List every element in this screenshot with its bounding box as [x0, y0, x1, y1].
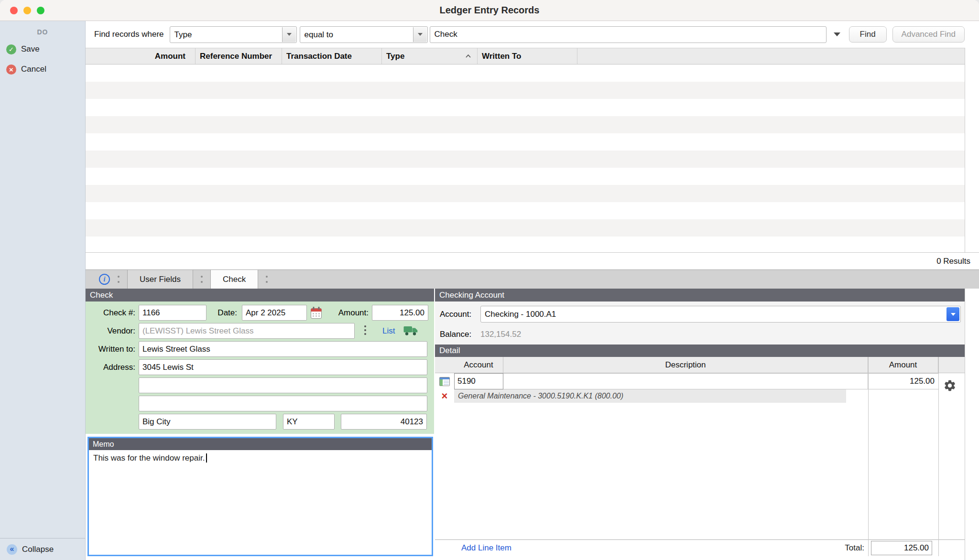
- checking-account-panel: Checking Account Account: Checking - 100…: [435, 289, 965, 560]
- amount-label: Amount:: [322, 305, 369, 321]
- drag-dots-icon: [266, 276, 268, 283]
- line-item-description-cell[interactable]: [503, 373, 868, 389]
- column-header-amount[interactable]: Amount: [86, 48, 196, 64]
- cancel-label: Cancel: [21, 65, 46, 74]
- find-operator-value: equal to: [305, 30, 334, 39]
- checking-account-body: Account: Checking - 1000.A1 Balance: 132…: [435, 302, 965, 345]
- detail-column-account: Account: [454, 357, 503, 373]
- line-item-amount-cell[interactable]: 125.00: [868, 373, 938, 389]
- memo-input[interactable]: This was for the window repair.: [89, 450, 432, 555]
- state-input[interactable]: [283, 414, 335, 430]
- written-to-input[interactable]: [139, 341, 427, 357]
- account-dropdown[interactable]: Checking - 1000.A1: [480, 306, 961, 323]
- gear-icon[interactable]: [943, 379, 957, 394]
- detail-column-amount: Amount: [868, 357, 938, 373]
- tab-user-fields[interactable]: User Fields: [127, 270, 193, 289]
- address-line2-input[interactable]: [139, 377, 427, 393]
- collapse-button[interactable]: « Collapse: [0, 538, 85, 560]
- add-line-item-link[interactable]: Add Line Item: [461, 543, 511, 553]
- account-info-text: General Maintenance - 3000.5190.K.K1 (80…: [454, 389, 846, 403]
- detail-table: Account Description Amount: [435, 357, 965, 560]
- find-button[interactable]: Find: [849, 26, 887, 43]
- find-value-input[interactable]: [430, 26, 827, 43]
- check-panel-header: Check: [86, 289, 434, 302]
- save-label: Save: [21, 44, 40, 54]
- column-header-type[interactable]: Type: [382, 48, 478, 64]
- memo-text: This was for the window repair.: [93, 453, 205, 463]
- results-table-header: Amount Reference Number Transaction Date…: [86, 48, 965, 65]
- memo-section: Memo This was for the window repair.: [87, 437, 433, 556]
- address-row-2: [86, 377, 434, 393]
- results-count: 0 Results: [86, 252, 979, 269]
- scrollbar-gutter-top: [965, 48, 979, 252]
- balance-label: Balance:: [440, 329, 480, 340]
- save-button[interactable]: ✓ Save: [6, 43, 85, 56]
- find-options-dropdown-icon[interactable]: [834, 32, 840, 36]
- column-header-transaction-date[interactable]: Transaction Date: [282, 48, 382, 64]
- results-table-body: [86, 65, 965, 252]
- window-title: Ledger Entry Records: [440, 5, 540, 16]
- address-line1-input[interactable]: [139, 359, 427, 375]
- city-input[interactable]: [139, 414, 276, 430]
- vendor-menu-dots-icon[interactable]: [364, 325, 366, 339]
- close-window-button[interactable]: [10, 7, 18, 14]
- check-number-input[interactable]: [139, 305, 207, 321]
- account-label: Account:: [440, 306, 480, 323]
- cancel-button[interactable]: × Cancel: [6, 63, 85, 76]
- find-bar: Find records where Type equal to Find Ad…: [86, 21, 979, 48]
- delete-line-item-button[interactable]: ×: [435, 389, 454, 403]
- collapse-chevrons-icon: «: [7, 544, 17, 555]
- advanced-find-button[interactable]: Advanced Find: [892, 26, 965, 43]
- vendor-row: Vendor: List: [86, 323, 434, 339]
- collapse-label: Collapse: [22, 545, 54, 554]
- vendor-input[interactable]: [139, 323, 355, 339]
- save-check-icon: ✓: [6, 44, 16, 54]
- date-input[interactable]: [242, 305, 307, 321]
- ledger-account-icon[interactable]: [435, 373, 454, 389]
- column-header-filler: [577, 48, 965, 64]
- find-field-dropdown[interactable]: Type: [170, 26, 297, 43]
- calendar-icon[interactable]: [310, 305, 322, 321]
- traffic-lights: [10, 7, 44, 14]
- zoom-window-button[interactable]: [37, 7, 44, 14]
- written-to-row: Written to:: [86, 341, 434, 357]
- account-value: Checking - 1000.A1: [485, 310, 556, 319]
- column-header-reference-number[interactable]: Reference Number: [196, 48, 282, 64]
- total-label: Total:: [845, 543, 864, 553]
- address-line3-input[interactable]: [139, 396, 427, 411]
- detail-line-item-row: 125.00: [435, 373, 965, 389]
- tab-check[interactable]: Check: [210, 270, 258, 289]
- sort-ascending-icon: [465, 54, 471, 58]
- column-header-written-to[interactable]: Written To: [478, 48, 577, 64]
- zip-input[interactable]: [341, 414, 427, 430]
- check-form: Check #: Date: Amo: [86, 302, 434, 434]
- titlebar: Ledger Entry Records: [0, 0, 979, 21]
- truck-icon[interactable]: [403, 323, 418, 339]
- column-divider: [938, 357, 939, 556]
- info-icon[interactable]: i: [99, 274, 110, 285]
- chevron-down-icon: [282, 27, 296, 42]
- line-item-account-input[interactable]: [454, 373, 503, 389]
- red-x-icon: ×: [442, 391, 448, 401]
- app-window: Ledger Entry Records DO ✓ Save × Cancel …: [0, 0, 979, 560]
- check-panel: Check Check #: Date:: [86, 289, 434, 560]
- detail-table-header: Account Description Amount: [435, 357, 965, 373]
- amount-input[interactable]: [372, 305, 428, 321]
- find-field-value: Type: [174, 30, 192, 39]
- account-row: Account: Checking - 1000.A1: [440, 306, 965, 323]
- chevron-down-icon: [413, 27, 427, 42]
- city-state-zip-row: [86, 414, 434, 430]
- minimize-window-button[interactable]: [23, 7, 31, 14]
- column-divider: [868, 357, 869, 556]
- cancel-x-icon: ×: [6, 65, 16, 75]
- drag-dots-icon: [201, 276, 203, 283]
- detail-empty-area: [435, 403, 965, 539]
- vendor-list-link[interactable]: List: [382, 323, 395, 339]
- chevron-down-icon: [946, 307, 959, 321]
- results-table: Amount Reference Number Transaction Date…: [86, 48, 965, 252]
- drag-dots-icon: [118, 276, 120, 283]
- find-operator-dropdown[interactable]: equal to: [300, 26, 428, 43]
- text-cursor: [206, 453, 207, 463]
- detail-column-description: Description: [503, 357, 868, 373]
- check-number-label: Check #:: [86, 305, 135, 321]
